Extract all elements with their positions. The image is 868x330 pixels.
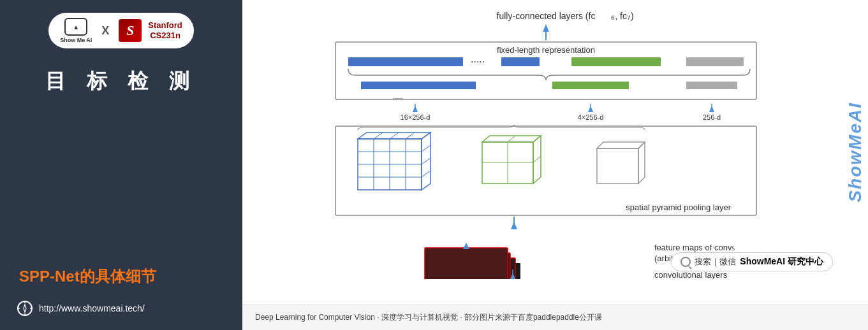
website-url: http://www.showmeai.tech/ [39,303,145,313]
svg-marker-21 [588,106,593,112]
svg-text:spatial pyramid pooling layer: spatial pyramid pooling layer [626,203,731,212]
svg-rect-8 [348,57,463,66]
svg-marker-25 [709,106,714,112]
stanford-line2: CS231n [148,31,182,41]
x-divider: X [101,24,109,38]
svg-marker-5 [543,24,549,32]
main-content: fully-connected layers (fc ₆, fc₇) fixed… [242,0,868,330]
svg-marker-55 [463,243,469,249]
stanford-s-icon: S [119,19,142,42]
logo-area: Show Me AI X S Stanford CS231n [48,13,194,48]
footer-text: Deep Learning for Computer Vision · 深度学习… [255,312,602,323]
website-row: http://www.showmeai.tech/ [13,299,145,317]
sidebar: Show Me AI X S Stanford CS231n 目 标 检 测 S… [0,0,242,330]
svg-rect-12 [686,57,744,66]
watermark-text: ShowMeAI [845,102,865,203]
page-title-chinese: 目 标 检 测 [45,68,198,96]
svg-marker-1 [24,305,26,312]
svg-text:·····: ····· [393,94,402,102]
search-box[interactable]: 搜索｜微信 ShowMeAI 研究中心 [671,252,833,271]
search-text1: 搜索｜微信 [695,256,736,268]
search-icon [680,257,691,267]
footer-bar: Deep Learning for Computer Vision · 深度学习… [242,305,868,330]
showmeai-logo: Show Me AI [60,18,92,43]
svg-rect-10 [501,57,540,66]
stanford-text: Stanford CS231n [148,20,182,40]
compass-icon [16,299,34,317]
svg-text:feature maps of conv₅: feature maps of conv₅ [654,243,735,252]
stanford-logo: S [119,19,142,42]
subtitle: SPP-Net的具体细节 [13,266,156,287]
svg-text:fixed-length representation: fixed-length representation [497,45,595,55]
svg-rect-19 [552,82,629,89]
svg-rect-15 [412,82,450,89]
svg-marker-17 [413,106,418,112]
svg-rect-11 [571,57,661,66]
svg-text:fully-connected layers (fc: fully-connected layers (fc [496,11,595,21]
search-text2: ShowMeAI 研究中心 [740,256,823,268]
svg-text:convolutional layers: convolutional layers [654,270,728,279]
showmeai-label: Show Me AI [60,37,92,43]
spp-diagram: fully-connected layers (fc ₆, fc₇) fixed… [284,5,807,279]
svg-rect-53 [425,248,508,279]
svg-rect-23 [686,82,737,89]
showmeai-icon [64,18,87,36]
svg-text:·····: ····· [471,56,485,67]
svg-rect-27 [335,126,756,215]
stanford-line1: Stanford [148,20,182,31]
svg-text:256-d: 256-d [702,113,720,121]
watermark-right: ShowMeAI [842,0,868,305]
svg-text:₆, fc₇): ₆, fc₇) [611,11,633,21]
svg-marker-49 [511,222,517,229]
svg-text:4×256-d: 4×256-d [577,113,603,121]
svg-text:16×256-d: 16×256-d [400,113,430,121]
